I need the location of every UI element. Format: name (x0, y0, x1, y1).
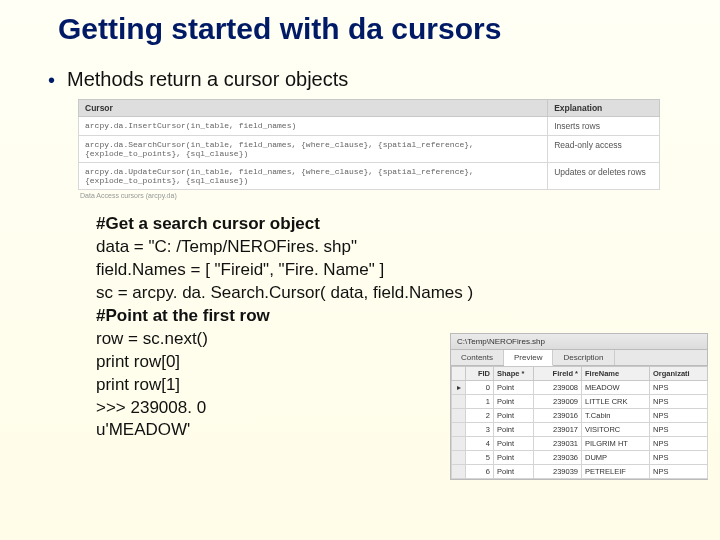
cell-fid: 4 (466, 437, 494, 451)
cursor-expl: Updates or deletes rows (548, 163, 660, 190)
cursor-code: arcpy.da.SearchCursor(in_table, field_na… (79, 136, 548, 163)
cell-firename: T.Cabin (582, 409, 650, 423)
bullet-dot-icon: • (48, 70, 55, 90)
cell-shape: Point (494, 381, 534, 395)
cell-shape: Point (494, 465, 534, 479)
table-row[interactable]: 1Point239009LITTLE CRKNPS (452, 395, 708, 409)
cell-fireid: 239017 (534, 423, 582, 437)
cursor-code: arcpy.da.UpdateCursor(in_table, field_na… (79, 163, 548, 190)
code-line: data = "C: /Temp/NEROFires. shp" (96, 236, 720, 259)
rowsel-cell[interactable] (452, 423, 466, 437)
cursor-methods-table: Cursor Explanation arcpy.da.InsertCursor… (78, 99, 660, 190)
table-row: arcpy.da.InsertCursor(in_table, field_na… (79, 117, 660, 136)
cell-fireid: 239009 (534, 395, 582, 409)
attribute-tabs: Contents Preview Description (451, 350, 707, 366)
cell-org: NPS (650, 423, 708, 437)
cell-fid: 5 (466, 451, 494, 465)
attribute-data-table: FID Shape * FireId * FireName Organizati… (451, 366, 708, 479)
bullet-item: • Methods return a cursor objects (0, 46, 720, 91)
cell-fid: 2 (466, 409, 494, 423)
cell-fireid: 239008 (534, 381, 582, 395)
slide-title: Getting started with da cursors (0, 0, 720, 46)
cell-firename: PILGRIM HT (582, 437, 650, 451)
table-footnote: Data Access cursors (arcpy.da) (0, 190, 720, 199)
bullet-text: Methods return a cursor objects (67, 68, 348, 91)
cell-fireid: 239039 (534, 465, 582, 479)
cell-fireid: 239036 (534, 451, 582, 465)
rowsel-cell[interactable] (452, 395, 466, 409)
rowsel-cell[interactable] (452, 465, 466, 479)
table-row: arcpy.da.UpdateCursor(in_table, field_na… (79, 163, 660, 190)
cursor-expl: Inserts rows (548, 117, 660, 136)
cell-org: NPS (650, 465, 708, 479)
table-row[interactable]: 3Point239017VISITORCNPS (452, 423, 708, 437)
cell-org: NPS (650, 437, 708, 451)
code-line: #Get a search cursor object (96, 213, 720, 236)
table-row: arcpy.da.SearchCursor(in_table, field_na… (79, 136, 660, 163)
cell-shape: Point (494, 437, 534, 451)
cell-fid: 3 (466, 423, 494, 437)
cell-shape: Point (494, 409, 534, 423)
table-row[interactable]: 5Point239036DUMPNPS (452, 451, 708, 465)
cursor-expl: Read-only access (548, 136, 660, 163)
th-explanation: Explanation (548, 100, 660, 117)
rowsel-cell[interactable]: ▸ (452, 381, 466, 395)
tab-preview[interactable]: Preview (504, 350, 553, 366)
tab-description[interactable]: Description (553, 350, 614, 365)
th-firename[interactable]: FireName (582, 367, 650, 381)
th-cursor: Cursor (79, 100, 548, 117)
tab-contents[interactable]: Contents (451, 350, 504, 365)
cell-shape: Point (494, 423, 534, 437)
code-line: sc = arcpy. da. Search.Cursor( data, fie… (96, 282, 720, 305)
rowsel-header (452, 367, 466, 381)
cell-shape: Point (494, 395, 534, 409)
cursor-code: arcpy.da.InsertCursor(in_table, field_na… (79, 117, 548, 136)
cell-org: NPS (650, 451, 708, 465)
cell-firename: VISITORC (582, 423, 650, 437)
cell-fid: 1 (466, 395, 494, 409)
attribute-table-panel: C:\Temp\NEROFires.shp Contents Preview D… (450, 333, 708, 480)
th-fireid[interactable]: FireId * (534, 367, 582, 381)
cell-firename: DUMP (582, 451, 650, 465)
cell-fireid: 239016 (534, 409, 582, 423)
table-row[interactable]: 2Point239016T.CabinNPS (452, 409, 708, 423)
cell-fid: 0 (466, 381, 494, 395)
th-fid[interactable]: FID (466, 367, 494, 381)
cell-org: NPS (650, 381, 708, 395)
cell-org: NPS (650, 395, 708, 409)
cell-fid: 6 (466, 465, 494, 479)
code-line: #Point at the first row (96, 305, 720, 328)
cell-fireid: 239031 (534, 437, 582, 451)
cell-shape: Point (494, 451, 534, 465)
table-row[interactable]: 6Point239039PETRELEIFNPS (452, 465, 708, 479)
rowsel-cell[interactable] (452, 451, 466, 465)
cell-org: NPS (650, 409, 708, 423)
cell-firename: PETRELEIF (582, 465, 650, 479)
th-shape[interactable]: Shape * (494, 367, 534, 381)
table-row[interactable]: 4Point239031PILGRIM HTNPS (452, 437, 708, 451)
rowsel-cell[interactable] (452, 437, 466, 451)
rowsel-cell[interactable] (452, 409, 466, 423)
th-org[interactable]: Organizati (650, 367, 708, 381)
attribute-titlebar: C:\Temp\NEROFires.shp (451, 334, 707, 350)
table-row[interactable]: ▸0Point239008MEADOWNPS (452, 381, 708, 395)
cell-firename: LITTLE CRK (582, 395, 650, 409)
code-line: field.Names = [ "Fireid", "Fire. Name" ] (96, 259, 720, 282)
cell-firename: MEADOW (582, 381, 650, 395)
